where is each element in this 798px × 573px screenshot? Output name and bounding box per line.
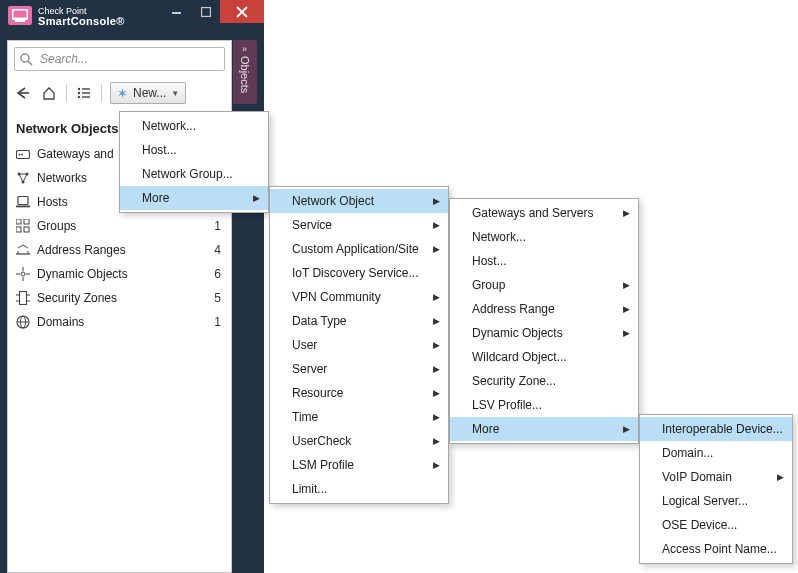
menu-item[interactable]: IoT Discovery Service... — [270, 261, 448, 285]
menu-item[interactable]: Host... — [450, 249, 638, 273]
tree-label: Groups — [37, 219, 76, 233]
menu-item[interactable]: Data Type▶ — [270, 309, 448, 333]
menu-item-label: Network... — [472, 230, 526, 244]
submenu-arrow-icon: ▶ — [433, 412, 440, 422]
menu-item-label: LSM Profile — [292, 458, 354, 472]
tree-icon — [16, 219, 30, 233]
menu-item[interactable]: Network... — [120, 114, 268, 138]
svg-rect-25 — [24, 219, 29, 224]
menu-item-label: Interoperable Device... — [662, 422, 783, 436]
menu-item-label: Host... — [142, 143, 177, 157]
tree-row[interactable]: Address Ranges4 — [8, 238, 231, 262]
svg-point-17 — [19, 153, 21, 155]
search-input[interactable] — [38, 51, 219, 67]
menu-item-label: IoT Discovery Service... — [292, 266, 418, 280]
menu-item[interactable]: Access Point Name... — [640, 537, 792, 561]
list-icon[interactable] — [75, 84, 93, 102]
menu-item[interactable]: Resource▶ — [270, 381, 448, 405]
menu-item-label: Security Zone... — [472, 374, 556, 388]
menu-item[interactable]: Service▶ — [270, 213, 448, 237]
menu-item[interactable]: Server▶ — [270, 357, 448, 381]
home-icon[interactable] — [40, 84, 58, 102]
menu-item[interactable]: Network Object▶ — [270, 189, 448, 213]
menu-item[interactable]: LSV Profile... — [450, 393, 638, 417]
objects-side-tab[interactable]: » Objects — [233, 40, 257, 104]
svg-point-10 — [78, 88, 80, 90]
menu-item[interactable]: Gateways and Servers▶ — [450, 201, 638, 225]
menu-item-label: Dynamic Objects — [472, 326, 563, 340]
tree-icon — [16, 195, 30, 209]
menu-item-label: Custom Application/Site — [292, 242, 419, 256]
brand-bottom: SmartConsole® — [38, 15, 125, 27]
svg-rect-24 — [16, 219, 21, 224]
menu-item[interactable]: More▶ — [450, 417, 638, 441]
separator — [101, 84, 102, 102]
tree-row[interactable]: Dynamic Objects6 — [8, 262, 231, 286]
menu-item[interactable]: Address Range▶ — [450, 297, 638, 321]
menu-item[interactable]: OSE Device... — [640, 513, 792, 537]
title-bar: Check Point SmartConsole® — [0, 0, 264, 31]
tree-label: Security Zones — [37, 291, 117, 305]
svg-point-12 — [78, 92, 80, 94]
tree-label: Networks — [37, 171, 87, 185]
menu-item[interactable]: Interoperable Device... — [640, 417, 792, 441]
menu-item[interactable]: Time▶ — [270, 405, 448, 429]
app-window: Check Point SmartConsole® » Objects ✶ Ne… — [0, 0, 264, 573]
grip-icon: » — [242, 44, 248, 54]
close-button[interactable] — [220, 0, 264, 23]
menu-item-label: Network Group... — [142, 167, 233, 181]
search-box[interactable] — [14, 47, 225, 71]
menu-item[interactable]: Host... — [120, 138, 268, 162]
new-button-label: New... — [133, 86, 166, 100]
tree-label: Hosts — [37, 195, 68, 209]
svg-point-7 — [21, 54, 29, 62]
network-object-more-menu: Interoperable Device...Domain...VoIP Dom… — [639, 414, 793, 564]
submenu-arrow-icon: ▶ — [623, 424, 630, 434]
maximize-button[interactable] — [191, 0, 220, 23]
minimize-button[interactable] — [162, 0, 191, 23]
menu-item[interactable]: Custom Application/Site▶ — [270, 237, 448, 261]
menu-item[interactable]: Network Group... — [120, 162, 268, 186]
menu-item-label: Data Type — [292, 314, 346, 328]
back-icon[interactable] — [14, 84, 32, 102]
menu-item[interactable]: Limit... — [270, 477, 448, 501]
menu-item[interactable]: Network... — [450, 225, 638, 249]
menu-item[interactable]: Logical Server... — [640, 489, 792, 513]
tree-icon — [16, 291, 30, 305]
menu-item[interactable]: Group▶ — [450, 273, 638, 297]
menu-item-label: Wildcard Object... — [472, 350, 567, 364]
menu-item-label: Limit... — [292, 482, 327, 496]
submenu-arrow-icon: ▶ — [433, 196, 440, 206]
panel-toolbar: ✶ New... ▼ — [8, 79, 231, 107]
menu-item[interactable]: VPN Community▶ — [270, 285, 448, 309]
new-button[interactable]: ✶ New... ▼ — [110, 82, 186, 104]
svg-rect-11 — [82, 88, 90, 89]
tree-row[interactable]: Domains1 — [8, 310, 231, 334]
menu-item[interactable]: Security Zone... — [450, 369, 638, 393]
menu-item[interactable]: VoIP Domain▶ — [640, 465, 792, 489]
menu-item[interactable]: UserCheck▶ — [270, 429, 448, 453]
menu-item[interactable]: User▶ — [270, 333, 448, 357]
svg-rect-26 — [16, 227, 21, 232]
tree-icon — [16, 243, 30, 257]
menu-item[interactable]: More▶ — [120, 186, 268, 210]
menu-item[interactable]: Domain... — [640, 441, 792, 465]
submenu-arrow-icon: ▶ — [433, 460, 440, 470]
menu-item-label: Server — [292, 362, 327, 376]
svg-rect-2 — [15, 20, 25, 22]
menu-item-label: Service — [292, 218, 332, 232]
menu-item[interactable]: Dynamic Objects▶ — [450, 321, 638, 345]
tree-row[interactable]: Groups1 — [8, 214, 231, 238]
svg-rect-27 — [24, 227, 29, 232]
tree-count: 6 — [214, 267, 221, 281]
tree-row[interactable]: Security Zones5 — [8, 286, 231, 310]
submenu-arrow-icon: ▶ — [777, 472, 784, 482]
menu-item[interactable]: LSM Profile▶ — [270, 453, 448, 477]
menu-item-label: Access Point Name... — [662, 542, 777, 556]
menu-item[interactable]: Wildcard Object... — [450, 345, 638, 369]
menu-item-label: Group — [472, 278, 505, 292]
tree-count: 1 — [214, 219, 221, 233]
svg-rect-4 — [201, 7, 210, 16]
new-menu: Network...Host...Network Group...More▶ — [119, 111, 269, 213]
svg-rect-3 — [172, 12, 181, 14]
